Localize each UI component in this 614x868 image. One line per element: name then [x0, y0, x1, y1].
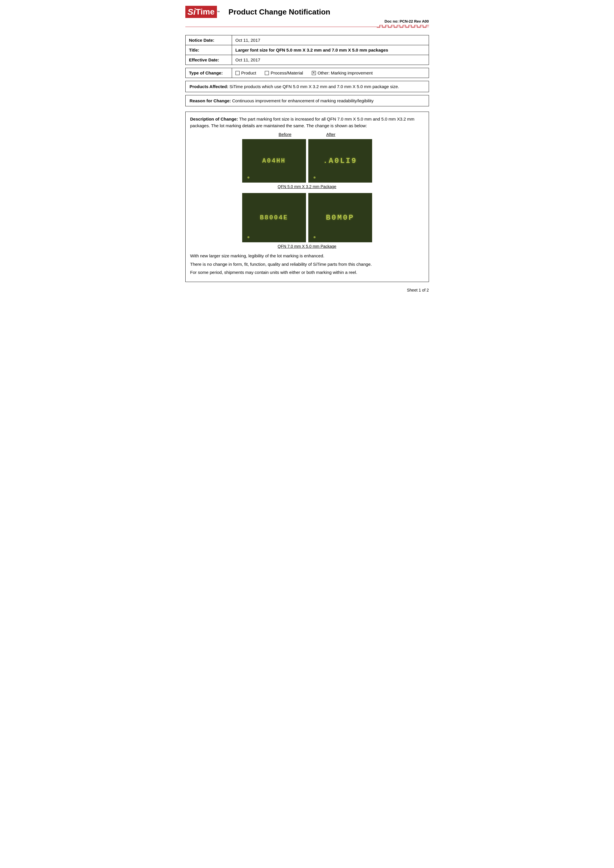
products-affected-label: Products Affected:	[190, 84, 229, 89]
qfn32-images: A04HH .A0LI9	[190, 139, 424, 183]
logo-box: SiTime	[185, 6, 217, 18]
option-product: Product	[236, 70, 256, 75]
reason-value: Continuous improvement for enhancement o…	[232, 98, 373, 103]
products-affected-value: SiTime products which use QFN 5.0 mm X 3…	[229, 84, 399, 89]
change-type-table: Type of Change: Product Process/Material…	[185, 68, 429, 78]
checkbox-process	[265, 71, 269, 75]
reason-for-change-box: Reason for Change: Continuous improvemen…	[185, 95, 429, 106]
notice-date-row: Notice Date: Oct 11, 2017	[185, 36, 429, 45]
header-divider	[185, 24, 429, 29]
option-product-label: Product	[241, 70, 256, 75]
logo-si: Si	[188, 7, 196, 17]
header: SiTime ™ Product Change Notification Doc…	[185, 6, 429, 29]
change-type-row: Type of Change: Product Process/Material…	[185, 68, 429, 78]
chip-qfn32-before-text: A04HH	[262, 157, 286, 164]
chip-dot-3	[247, 236, 249, 238]
chip-qfn50-after-text: B0M0P	[326, 213, 354, 222]
chip-dot-2	[314, 177, 316, 178]
bottom-text-1: With new larger size marking, legibility…	[190, 253, 424, 259]
option-other: ✕ Other: Marking improvement	[312, 70, 373, 75]
logo: SiTime ™	[185, 6, 220, 18]
description-label: Description of Change:	[190, 116, 238, 121]
change-type-options-cell: Product Process/Material ✕ Other: Markin…	[232, 68, 429, 78]
option-process: Process/Material	[265, 70, 303, 75]
description-box: Description of Change: The part marking …	[185, 112, 429, 282]
effective-date-label: Effective Date:	[185, 55, 232, 65]
bottom-text: With new larger size marking, legibility…	[190, 253, 424, 276]
title-value: Larger font size for QFN 5.0 mm X 3.2 mm…	[232, 45, 429, 55]
checkbox-other: ✕	[312, 71, 316, 75]
chip-dot-4	[314, 236, 316, 238]
sheet-number: Sheet 1 of 2	[185, 288, 429, 293]
doc-number: Doc no: PCN-22 Rev A00	[185, 19, 429, 23]
effective-date-row: Effective Date: Oct 11, 2017	[185, 55, 429, 65]
chip-qfn32-after: .A0LI9	[308, 139, 372, 183]
bottom-text-2: There is no change in form, fit, functio…	[190, 261, 424, 268]
chip-qfn50-after: B0M0P	[308, 193, 372, 242]
chip-qfn32-after-text: .A0LI9	[323, 157, 358, 165]
logo-time-text: Time	[196, 7, 215, 17]
checkbox-product	[236, 71, 239, 75]
before-after-labels: Before After	[190, 132, 424, 137]
page-title: Product Change Notification	[229, 8, 330, 17]
reason-label: Reason for Change:	[190, 98, 231, 103]
notice-date-value: Oct 11, 2017	[232, 36, 429, 45]
chip-dot-1	[247, 177, 249, 178]
before-label: Before	[279, 132, 291, 137]
title-row: Title: Larger font size for QFN 5.0 mm X…	[185, 45, 429, 55]
notice-date-label: Notice Date:	[185, 36, 232, 45]
header-top: SiTime ™ Product Change Notification	[185, 6, 429, 18]
qfn50-images: B8004E B0M0P	[190, 193, 424, 242]
option-process-label: Process/Material	[270, 70, 303, 75]
bottom-text-3: For some period, shipments may contain u…	[190, 269, 424, 276]
qfn32-label: QFN 5.0 mm X 3.2 mm Package	[190, 184, 424, 189]
after-label: After	[326, 132, 336, 137]
chip-qfn50-before: B8004E	[242, 193, 306, 242]
effective-date-value: Oct 11, 2017	[232, 55, 429, 65]
change-type-label: Type of Change:	[185, 68, 232, 78]
title-label: Title:	[185, 45, 232, 55]
info-table: Notice Date: Oct 11, 2017 Title: Larger …	[185, 35, 429, 65]
chip-qfn32-before: A04HH	[242, 139, 306, 183]
change-type-options: Product Process/Material ✕ Other: Markin…	[236, 70, 425, 75]
description-para1: Description of Change: The part marking …	[190, 116, 424, 129]
option-other-label: Other: Marking improvement	[317, 70, 373, 75]
logo-tm: ™	[217, 11, 220, 14]
chip-qfn50-before-text: B8004E	[260, 214, 288, 222]
qfn50-label: QFN 7.0 mm X 5.0 mm Package	[190, 244, 424, 249]
products-affected-box: Products Affected: SiTime products which…	[185, 81, 429, 92]
waveform-icon	[377, 24, 429, 29]
